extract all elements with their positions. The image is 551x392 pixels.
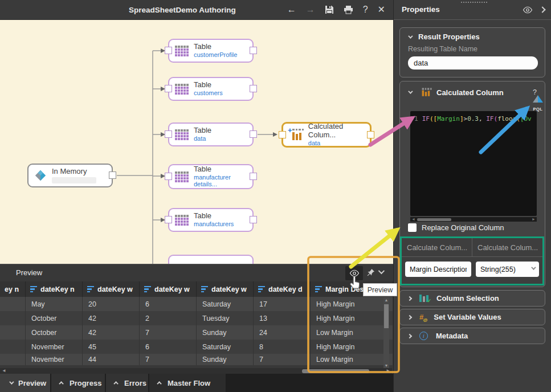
forward-icon[interactable]: → bbox=[306, 5, 315, 14]
tab-label: Master Flow bbox=[168, 379, 210, 387]
node-name-label: data bbox=[194, 135, 211, 142]
pin-icon[interactable] bbox=[366, 268, 375, 277]
node-name-label: customerProfile bbox=[194, 51, 237, 59]
section-title: Result Properties bbox=[418, 32, 480, 41]
input-port[interactable] bbox=[165, 47, 172, 54]
node-table-partial[interactable]: Table bbox=[168, 255, 254, 264]
column-header[interactable]: dateKey w bbox=[197, 281, 254, 297]
save-icon[interactable] bbox=[325, 5, 334, 14]
selected-type: String(255) bbox=[480, 266, 516, 273]
drag-handle[interactable] bbox=[461, 2, 487, 3]
scrollbar-thumb[interactable] bbox=[302, 369, 369, 373]
node-table-customerprofile[interactable]: TablecustomerProfile bbox=[168, 39, 254, 63]
tab-label: Progress bbox=[70, 379, 101, 387]
cell: Low Margin bbox=[311, 354, 393, 365]
result-properties-card: Result Properties Resulting Table Name bbox=[399, 27, 545, 77]
output-port[interactable] bbox=[250, 130, 257, 138]
table-icon bbox=[175, 46, 189, 56]
preview-panel-title: Preview bbox=[16, 268, 42, 277]
close-icon[interactable]: ✕ bbox=[378, 5, 385, 14]
column-name-input[interactable] bbox=[405, 262, 471, 277]
column-header[interactable]: dateKey w bbox=[140, 281, 197, 297]
node-table-data[interactable]: Tabledata bbox=[168, 122, 254, 146]
properties-header: Properties bbox=[394, 0, 551, 20]
cell: 6 bbox=[140, 297, 197, 311]
vertical-scrollbar[interactable]: ▲ ▼ bbox=[383, 297, 389, 368]
output-port[interactable] bbox=[109, 172, 116, 179]
eye-icon[interactable] bbox=[523, 6, 533, 14]
replace-original-column-checkbox[interactable] bbox=[408, 223, 417, 232]
back-icon[interactable]: ← bbox=[287, 5, 296, 14]
node-name-label: manufacturers bbox=[194, 220, 234, 228]
pql-mode-icon[interactable]: PQL bbox=[530, 95, 546, 111]
chevron-down-icon bbox=[9, 379, 14, 384]
filter-icon bbox=[30, 286, 37, 293]
column-header[interactable]: dateKey d bbox=[254, 281, 311, 297]
chevron-down-icon[interactable] bbox=[408, 89, 413, 93]
cell: 45 bbox=[83, 340, 140, 354]
node-table-customers[interactable]: Tablecustomers bbox=[168, 77, 254, 101]
output-port[interactable] bbox=[367, 131, 374, 138]
output-port[interactable] bbox=[250, 216, 257, 223]
editor-horizontal-scrollbar[interactable]: ◄ ► bbox=[410, 217, 537, 222]
cell: 42 bbox=[83, 325, 140, 340]
node-type-label: Table bbox=[194, 212, 234, 220]
resulting-table-name-input[interactable] bbox=[408, 56, 538, 70]
input-port[interactable] bbox=[165, 173, 172, 180]
replace-original-column-label: Replace Original Column bbox=[422, 223, 504, 232]
output-port[interactable] bbox=[250, 85, 257, 92]
cell: 6 bbox=[140, 340, 197, 354]
cell bbox=[0, 325, 26, 340]
output-port[interactable] bbox=[250, 173, 257, 180]
column-header[interactable]: dateKey n bbox=[26, 281, 83, 297]
in-memory-icon bbox=[34, 169, 47, 182]
cell: 8 bbox=[254, 340, 311, 354]
collapse-preview-icon[interactable] bbox=[378, 268, 385, 274]
cell: 13 bbox=[254, 311, 311, 325]
properties-panel: Properties Result Properties Resulting T… bbox=[393, 0, 551, 392]
tab-preview[interactable]: Preview bbox=[0, 374, 50, 392]
node-type-label: Table bbox=[194, 126, 211, 135]
chevron-down-icon[interactable] bbox=[408, 34, 413, 38]
section-set-variable-values[interactable]: #@ Set Variable Values bbox=[399, 309, 545, 325]
column-header[interactable]: dateKey w bbox=[83, 281, 140, 297]
section-metadata[interactable]: i Metadata bbox=[399, 328, 545, 344]
scrollbar-thumb[interactable] bbox=[417, 218, 451, 221]
node-type-label: In Memory bbox=[52, 168, 96, 176]
horizontal-scrollbar[interactable]: ◄ ► bbox=[0, 368, 392, 374]
collapse-panel-icon[interactable] bbox=[539, 6, 545, 13]
table-icon bbox=[175, 172, 189, 182]
tab-errors[interactable]: Errors bbox=[106, 374, 148, 392]
help-icon[interactable]: ? bbox=[363, 5, 368, 14]
node-in-memory[interactable]: In Memory bbox=[27, 164, 113, 187]
cell: October bbox=[26, 311, 83, 325]
column-type-select[interactable]: String(255) bbox=[476, 262, 539, 277]
node-type-label: Table bbox=[194, 43, 237, 51]
node-table-manufacturer-details[interactable]: Tablemanufacturer details... bbox=[168, 164, 254, 189]
node-name-label: data bbox=[308, 140, 370, 147]
scrollbar-thumb[interactable] bbox=[384, 304, 389, 328]
section-column-selection[interactable]: ✓ Column Selection bbox=[399, 290, 545, 307]
chevron-up-icon bbox=[59, 381, 63, 386]
input-port[interactable] bbox=[165, 130, 172, 138]
mouse-cursor bbox=[349, 275, 362, 290]
calculated-column-icon bbox=[419, 88, 429, 97]
flow-canvas[interactable]: TablecustomerProfile Tablecustomers Tabl… bbox=[0, 20, 393, 264]
formula-code-editor[interactable]: 1IF([Margin]>0.3, IF(floor([Ov bbox=[410, 111, 537, 216]
preview-table: ey n dateKey n dateKey w dateKey w dateK… bbox=[0, 281, 393, 365]
output-port[interactable] bbox=[250, 47, 257, 54]
calculated-column-grid: Calculate Colum... Calculate Colum... St… bbox=[400, 236, 544, 285]
column-header[interactable]: ey n bbox=[0, 281, 26, 297]
table-icon bbox=[175, 215, 189, 226]
cell: Saturday bbox=[197, 297, 254, 311]
tab-master-flow[interactable]: Master Flow bbox=[149, 374, 226, 392]
node-calculated-column[interactable]: + Calculated Colum...data bbox=[281, 122, 372, 148]
input-port[interactable] bbox=[279, 131, 286, 138]
input-port[interactable] bbox=[165, 216, 172, 223]
preview-panel: Preview ey n dateKey n dateKey w dateKey… bbox=[0, 264, 393, 374]
input-port[interactable] bbox=[165, 85, 172, 92]
print-icon[interactable] bbox=[344, 5, 353, 14]
node-table-manufacturers[interactable]: Tablemanufacturers bbox=[168, 208, 254, 232]
preview-tooltip: Preview bbox=[363, 283, 397, 296]
tab-progress[interactable]: Progress bbox=[51, 374, 105, 392]
